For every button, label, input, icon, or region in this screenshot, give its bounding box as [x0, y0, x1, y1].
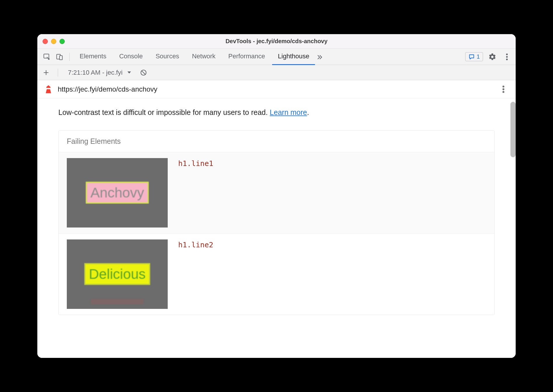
clear-report-button[interactable]: [138, 67, 149, 78]
svg-rect-7: [48, 88, 50, 89]
scrollbar[interactable]: [510, 102, 516, 157]
svg-point-5: [506, 58, 508, 60]
tab-elements[interactable]: Elements: [74, 49, 112, 65]
svg-rect-0: [44, 54, 49, 58]
svg-rect-2: [60, 55, 62, 60]
issues-count: 1: [477, 53, 480, 60]
thumb-preview-text: Anchovy: [86, 182, 149, 204]
report-content[interactable]: Low-contrast text is difficult or imposs…: [37, 98, 516, 358]
element-screenshot-thumb[interactable]: Delicious: [67, 239, 168, 309]
tab-console[interactable]: Console: [113, 49, 149, 65]
tab-performance[interactable]: Performance: [223, 49, 271, 65]
svg-point-8: [503, 85, 505, 88]
divider: [69, 53, 70, 61]
failing-elements-header: Failing Elements: [59, 131, 494, 152]
new-report-button[interactable]: [41, 67, 51, 78]
failing-elements-card: Failing Elements Anchovy h1.line1 Delici…: [58, 130, 495, 315]
panel-tab-strip: Elements Console Sources Network Perform…: [37, 49, 516, 65]
window-title: DevTools - jec.fyi/demo/cds-anchovy: [37, 38, 516, 45]
report-menu-icon[interactable]: [498, 84, 509, 94]
close-window-button[interactable]: [43, 39, 48, 44]
issues-badge[interactable]: 1: [465, 52, 483, 61]
report-url: https://jec.fyi/demo/cds-anchovy: [58, 85, 493, 93]
thumb-preview-text: Delicious: [84, 263, 150, 285]
tab-lighthouse[interactable]: Lighthouse: [272, 49, 315, 65]
inspect-element-icon[interactable]: [41, 51, 52, 63]
caret-down-icon: [127, 71, 131, 74]
svg-point-3: [506, 53, 508, 55]
settings-icon[interactable]: [487, 52, 498, 62]
thumb-ghost-shadow: [91, 299, 144, 304]
audit-description: Low-contrast text is difficult or imposs…: [58, 107, 495, 118]
titlebar: DevTools - jec.fyi/demo/cds-anchovy: [37, 34, 516, 49]
tab-sources[interactable]: Sources: [150, 49, 185, 65]
element-selector: h1.line1: [178, 158, 213, 168]
learn-more-link[interactable]: Learn more: [270, 108, 307, 116]
tab-right-tools: 1: [465, 52, 512, 62]
device-toggle-icon[interactable]: [54, 51, 65, 63]
divider: [58, 69, 58, 77]
lighthouse-toolbar: 7:21:10 AM - jec.fyi: [37, 65, 516, 80]
svg-point-4: [506, 56, 508, 58]
traffic-lights: [43, 39, 65, 44]
devtools-window: DevTools - jec.fyi/demo/cds-anchovy Elem…: [37, 34, 516, 358]
element-screenshot-thumb[interactable]: Anchovy: [67, 158, 168, 228]
failing-element-row[interactable]: Delicious h1.line2: [59, 233, 494, 315]
failing-element-row[interactable]: Anchovy h1.line1: [59, 152, 494, 233]
svg-point-10: [503, 91, 505, 93]
report-selector[interactable]: 7:21:10 AM - jec.fyi: [64, 69, 135, 76]
audit-description-suffix: .: [307, 108, 309, 116]
maximize-window-button[interactable]: [60, 39, 65, 44]
report-url-bar: https://jec.fyi/demo/cds-anchovy: [37, 80, 516, 98]
minimize-window-button[interactable]: [51, 39, 56, 44]
chat-icon: [468, 54, 475, 60]
kebab-menu-icon[interactable]: [502, 52, 512, 62]
element-selector: h1.line2: [178, 239, 213, 249]
svg-point-9: [503, 88, 505, 90]
report-selector-label: 7:21:10 AM - jec.fyi: [68, 69, 123, 76]
tab-network[interactable]: Network: [186, 49, 221, 65]
audit-description-text: Low-contrast text is difficult or imposs…: [58, 108, 270, 116]
lighthouse-icon: [44, 85, 52, 94]
more-tabs-icon[interactable]: [316, 53, 328, 60]
